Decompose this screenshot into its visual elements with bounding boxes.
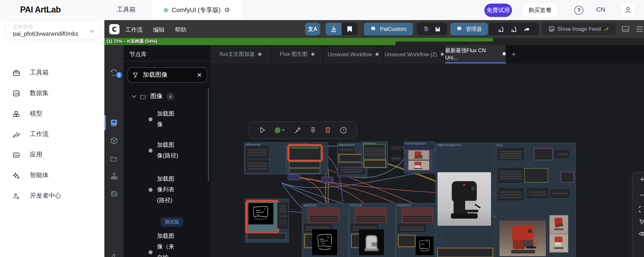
books-icon[interactable] [423,26,429,32]
select-cursor-icon[interactable] [639,219,644,225]
workflow-node[interactable] [550,190,569,198]
workflow-node[interactable] [246,160,268,172]
workflow-tab[interactable]: Unsaved Workflow (2) [384,45,445,63]
sidebar-item-developer-center[interactable]: 开发者中心 [0,187,104,205]
vacuum-icon[interactable] [510,26,517,32]
bottom-panel-toggle-icon[interactable] [622,26,629,32]
model-library-icon[interactable] [104,133,124,148]
library-node-item[interactable]: 加载图像 [148,108,178,130]
library-node-item[interactable]: 加载图像(路径) [148,140,178,161]
workflow-node[interactable] [278,202,288,228]
gallery-icon[interactable] [104,186,124,202]
add-tab-button[interactable]: + [506,45,521,63]
sidebar-item-apps[interactable]: 应用 [0,146,104,164]
menu-edit[interactable]: 编辑 [153,26,164,34]
library-node-item[interactable]: 加载图像列表(路径) [148,174,178,206]
collapsed-node[interactable] [322,177,334,182]
workflow-node[interactable] [338,146,354,153]
translate-button[interactable]: 文A [305,23,320,35]
sidebar-item-toolbox[interactable]: 工具箱 [0,64,104,82]
manager-button[interactable]: 管理器 [450,23,488,35]
workflow-node[interactable] [364,160,386,168]
delete-trash-icon[interactable] [325,127,331,134]
node-map-icon[interactable] [104,169,124,184]
power-icon[interactable] [224,7,230,13]
workflow-node[interactable] [555,150,569,158]
help-circle-icon[interactable]: ? [340,126,347,134]
sidebar-item-agents[interactable]: 智能体 [0,166,104,184]
workflow-tab-active[interactable]: 最新最强Flux CN Uni... [445,45,506,63]
workflow-node[interactable] [437,248,493,257]
workflow-node[interactable] [289,168,320,174]
workflow-tab[interactable]: flux文生图加速 [210,45,271,63]
library-folder-row[interactable]: 图像 4 [132,92,174,100]
bypass-route-icon[interactable] [294,126,301,134]
workflow-node[interactable] [402,208,434,223]
workflow-node[interactable] [390,144,402,151]
toggle-visibility-eye-icon[interactable] [639,231,644,236]
floppy-save-icon[interactable] [434,26,440,32]
unsaved-dot-icon[interactable] [258,53,262,56]
free-trial-button[interactable]: 免费试用 [484,4,512,17]
sidebar-item-workflows[interactable]: 工作流 [0,126,104,143]
clear-search-icon[interactable]: ✕ [197,72,202,78]
node-search-box[interactable]: ✕ [128,67,207,82]
workflow-tab[interactable]: Flux 图生图 [271,45,323,63]
workflow-node[interactable] [308,208,340,223]
node-color-picker[interactable] [274,126,285,134]
ship-button[interactable] [326,23,342,35]
buy-plan-button[interactable]: 购买套餐 [522,4,558,17]
theme-moon-icon[interactable] [104,250,124,257]
zoom-in-icon[interactable]: + [640,175,644,184]
workflow-node[interactable] [354,208,387,223]
avatar[interactable] [621,3,635,17]
workflow-node[interactable] [390,155,402,162]
header-tab-comfyui[interactable]: ComfyUI (专享版) [152,0,242,20]
vacuum-icon[interactable] [498,26,504,32]
workflow-node[interactable] [498,148,524,160]
scrollbar[interactable] [208,88,209,181]
workflow-node[interactable] [247,233,286,240]
show-image-feed-button[interactable]: Show Image Feed [542,23,616,35]
workflow-node[interactable] [398,235,416,247]
share-arrow-icon[interactable] [523,26,530,32]
unsaved-dot-icon[interactable] [502,52,506,55]
bookmark-button[interactable] [342,23,358,35]
node-search-input[interactable] [142,71,193,79]
paicustom-button[interactable]: PaiCustom [364,23,413,35]
menu-workflow[interactable]: 工作流 [125,26,143,34]
workflow-node[interactable] [498,168,524,182]
workflow-canvas[interactable]: 模型lora的选择 输入你想要什么东西 图像处理的阶段 [210,63,644,257]
workflow-tab[interactable]: Unsaved Workflow [323,45,384,63]
library-node-item[interactable]: 加载图像（来自输出） [148,231,178,257]
run-play-icon[interactable] [259,127,266,134]
sidebar-item-dataset[interactable]: 数据集 [0,84,104,102]
sidebar-item-models[interactable]: 模型 [0,105,104,123]
node-library-icon[interactable] [104,115,124,130]
workflow-node[interactable] [524,168,548,182]
workflow-node[interactable] [398,224,426,232]
workflow-node[interactable] [246,146,268,158]
help-icon[interactable]: ? [574,6,583,15]
workflow-node[interactable] [364,144,385,159]
workflow-node[interactable] [527,188,548,198]
pin-icon[interactable] [310,127,316,134]
language-switch[interactable]: CN [596,6,605,13]
header-tab-toolbox[interactable]: 工具箱 [117,6,136,14]
workflow-node[interactable] [560,172,574,182]
highlighted-node[interactable] [245,200,279,234]
workflow-node[interactable] [289,162,320,168]
unsaved-dot-icon[interactable] [311,53,314,56]
highlighted-node[interactable] [287,144,323,162]
hamburger-menu-icon[interactable] [636,26,643,32]
workflow-node[interactable] [338,164,364,174]
unsaved-dot-icon[interactable] [376,53,379,56]
zoom-out-icon[interactable]: − [640,190,644,200]
workflow-node[interactable] [534,148,552,160]
unsaved-dot-icon[interactable] [441,53,444,56]
workflows-folder-icon[interactable] [104,151,124,166]
menu-help[interactable]: 帮助 [175,26,186,34]
workflow-node[interactable] [498,188,524,200]
workspace-select[interactable]: 工作空间 pai_pfo63vwarwndif0mbz [5,21,100,40]
fit-view-icon[interactable] [639,206,644,212]
